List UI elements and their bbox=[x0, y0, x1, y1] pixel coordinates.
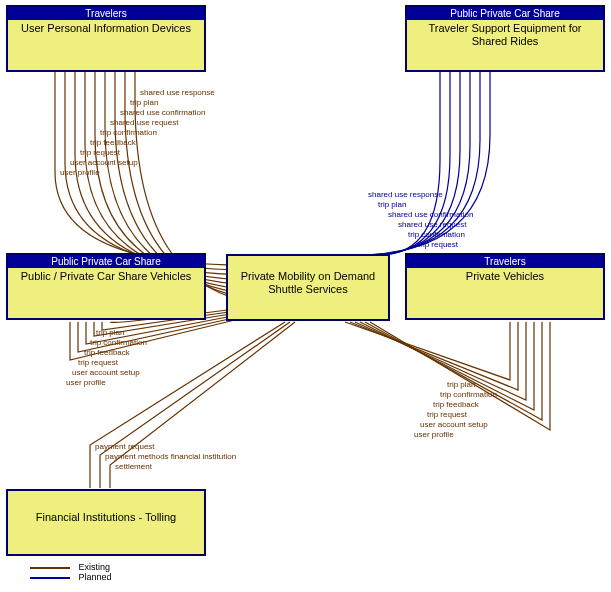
box-pmds-body: Private Mobility on Demand Shuttle Servi… bbox=[228, 256, 388, 298]
legend-planned-label: Planned bbox=[79, 572, 112, 582]
legend-planned: Planned bbox=[30, 572, 112, 582]
flow-pv-3: trip request bbox=[427, 410, 467, 419]
box-tse-body: Traveler Support Equipment for Shared Ri… bbox=[407, 20, 603, 50]
box-upid-body: User Personal Information Devices bbox=[8, 20, 204, 37]
flow-pv-5: user profile bbox=[414, 430, 454, 439]
box-tse[interactable]: Public Private Car Share Traveler Suppor… bbox=[405, 5, 605, 72]
context-diagram: Travelers User Personal Information Devi… bbox=[0, 0, 611, 592]
box-tse-head: Public Private Car Share bbox=[407, 7, 603, 20]
flow-ppcsv-2: trip feedback bbox=[84, 348, 130, 357]
legend-existing-label: Existing bbox=[79, 562, 111, 572]
box-upid[interactable]: Travelers User Personal Information Devi… bbox=[6, 5, 206, 72]
flow-tse-4: trip confirmation bbox=[408, 230, 465, 239]
flow-fit-0: payment request bbox=[95, 442, 155, 451]
flow-ppcsv-1: trip confirmation bbox=[90, 338, 147, 347]
flow-upid-2: shared use confirmation bbox=[120, 108, 205, 117]
legend-existing: Existing bbox=[30, 562, 112, 572]
flow-ppcsv-4: user account setup bbox=[72, 368, 140, 377]
flow-upid-8: user profile bbox=[60, 168, 100, 177]
flow-tse-3: shared use request bbox=[398, 220, 467, 229]
flow-fit-2: settlement bbox=[115, 462, 152, 471]
legend-existing-line bbox=[30, 567, 70, 569]
box-fit-body: Financial Institutions - Tolling bbox=[8, 491, 204, 526]
flow-ppcsv-0: trip plan bbox=[96, 328, 124, 337]
box-ppcsv[interactable]: Public Private Car Share Public / Privat… bbox=[6, 253, 206, 320]
flow-upid-0: shared use response bbox=[140, 88, 215, 97]
flow-upid-7: user account setup bbox=[70, 158, 138, 167]
flow-pv-4: user account setup bbox=[420, 420, 488, 429]
box-ppcsv-body: Public / Private Car Share Vehicles bbox=[8, 268, 204, 285]
flow-upid-4: trip confirmation bbox=[100, 128, 157, 137]
box-pmds[interactable]: Private Mobility on Demand Shuttle Servi… bbox=[226, 254, 390, 321]
flow-ppcsv-3: trip request bbox=[78, 358, 118, 367]
box-fit[interactable]: Financial Institutions - Tolling bbox=[6, 489, 206, 556]
flow-fit-1: payment methods financial institution bbox=[105, 452, 236, 461]
flow-upid-3: shared use request bbox=[110, 118, 179, 127]
box-ppcsv-head: Public Private Car Share bbox=[8, 255, 204, 268]
flow-tse-2: shared use confirmation bbox=[388, 210, 473, 219]
flow-pv-1: trip confirmation bbox=[440, 390, 497, 399]
flow-upid-6: trip request bbox=[80, 148, 120, 157]
flow-upid-5: trip feedback bbox=[90, 138, 136, 147]
box-pv[interactable]: Travelers Private Vehicles bbox=[405, 253, 605, 320]
flow-upid-1: trip plan bbox=[130, 98, 158, 107]
box-upid-head: Travelers bbox=[8, 7, 204, 20]
legend-planned-line bbox=[30, 577, 70, 579]
flow-tse-0: shared use response bbox=[368, 190, 443, 199]
flow-pv-2: trip feedback bbox=[433, 400, 479, 409]
box-pv-head: Travelers bbox=[407, 255, 603, 268]
flow-tse-1: trip plan bbox=[378, 200, 406, 209]
box-pv-body: Private Vehicles bbox=[407, 268, 603, 285]
legend: Existing Planned bbox=[30, 562, 112, 582]
flow-pv-0: trip plan bbox=[447, 380, 475, 389]
flow-tse-5: trip request bbox=[418, 240, 458, 249]
flow-ppcsv-5: user profile bbox=[66, 378, 106, 387]
